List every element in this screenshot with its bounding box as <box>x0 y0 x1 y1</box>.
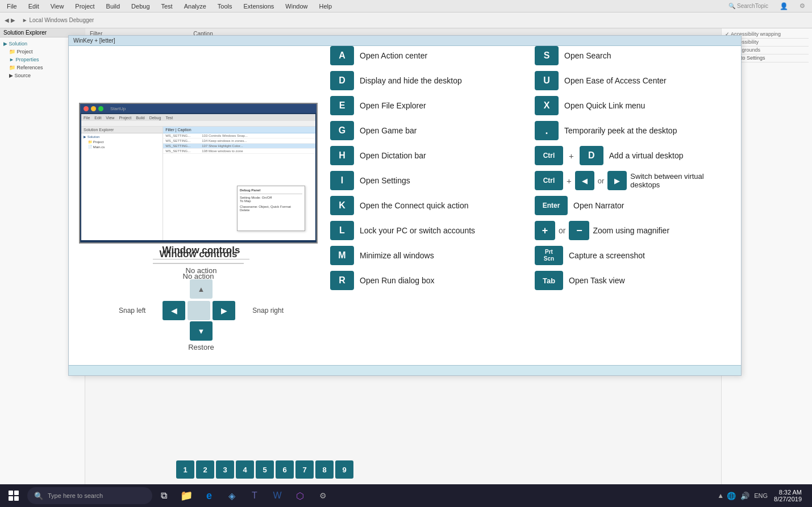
snap-left-btn[interactable]: ◀ <box>163 301 185 320</box>
shortcut-row-1: A Open Action center S Open Search <box>330 46 734 65</box>
label-prtscn: Capture a screenshot <box>569 251 645 260</box>
page-btn-4[interactable]: 4 <box>236 460 254 479</box>
taskbar-search-text: Type here to search <box>48 492 103 499</box>
page-btn-3[interactable]: 3 <box>216 460 234 479</box>
label-G: Open Game bar <box>360 126 417 135</box>
menu-build[interactable]: Build <box>104 2 122 11</box>
clock-time: 8:32 AM <box>779 489 802 496</box>
window-controls-visual: Window controls No action ▲ Snap left ◀ … <box>79 245 323 351</box>
sc-list-row-selected: WS_SETTING...137 Show Highlight Color... <box>163 144 315 149</box>
shortcut-row-2: D Display and hide the desktop U Open Ea… <box>330 71 734 90</box>
key-right-arrow: ▶ <box>607 171 627 190</box>
menu-project[interactable]: Project <box>73 2 97 11</box>
screenshot-title: StartUp <box>110 106 126 111</box>
task-view-button[interactable]: ⧉ <box>152 484 175 507</box>
menu-bar: File Edit View Project Build Debug Test … <box>0 0 812 12</box>
shortcut-row-10: R Open Run dialog box Tab Open Task view <box>330 271 734 290</box>
plus-sign-2: + <box>567 176 572 186</box>
vs-code-taskbar-btn[interactable]: ◈ <box>220 484 243 507</box>
task-view-icon: ⧉ <box>161 491 167 501</box>
menu-test[interactable]: Test <box>159 2 175 11</box>
menu-view[interactable]: View <box>48 2 66 11</box>
page-btn-6[interactable]: 6 <box>276 460 294 479</box>
shortcut-enter: Enter Open Narrator <box>535 196 717 215</box>
sc-tree-item: 📄 Main.cs <box>84 145 160 150</box>
sc-sub-panel-title: Debug Panel <box>240 188 302 192</box>
label-U: Open Ease of Access Center <box>564 76 667 85</box>
menu-debug[interactable]: Debug <box>129 2 152 11</box>
misc-taskbar-btn[interactable]: ⚙ <box>311 484 334 507</box>
shortcut-R: R Open Run dialog box <box>330 271 512 290</box>
network-icon[interactable]: 🌐 <box>725 492 738 500</box>
taskbar-search-box[interactable]: 🔍 Type here to search <box>27 487 152 504</box>
or-text-2: or <box>559 226 565 235</box>
win-logo-tl <box>9 491 13 495</box>
wc-title: Window controls <box>79 245 323 256</box>
key-R: R <box>330 271 354 290</box>
page-btn-7[interactable]: 7 <box>295 460 314 479</box>
sc-tree-item: 📁 Project <box>84 140 160 145</box>
menu-file[interactable]: File <box>5 2 19 11</box>
restore-btn[interactable]: ▼ <box>190 321 213 341</box>
shortcut-row-4: G Open Game bar . Temporarily peek at th… <box>330 121 734 140</box>
sc-list-row: WS_SETTING...138 Move windows to zone <box>163 149 315 154</box>
volume-icon[interactable]: 🔊 <box>739 492 751 500</box>
key-L: L <box>330 221 354 240</box>
word-icon: W <box>273 491 281 501</box>
misc-icon: ⚙ <box>319 491 327 500</box>
edge-taskbar-btn[interactable]: e <box>198 484 220 507</box>
shortcut-row-8: L Lock your PC or switch accounts + or −… <box>330 221 734 240</box>
input-indicator[interactable]: ENG <box>752 492 769 499</box>
page-btn-9[interactable]: 9 <box>335 460 353 479</box>
key-enter: Enter <box>535 196 568 215</box>
label-X: Open Quick Link menu <box>564 101 645 110</box>
menu-tools[interactable]: Tools <box>215 2 235 11</box>
win-logo-tr <box>14 491 19 495</box>
label-K: Open the Connect quick action <box>360 201 468 210</box>
up-arrow-btn[interactable]: ▲ <box>190 279 213 299</box>
shortcut-A: A Open Action center <box>330 46 512 65</box>
restore-label: Restore <box>79 343 323 351</box>
teams-taskbar-btn[interactable]: T <box>243 484 266 507</box>
page-btn-2[interactable]: 2 <box>196 460 214 479</box>
label-L: Lock your PC or switch accounts <box>360 226 475 235</box>
start-button[interactable] <box>0 484 27 507</box>
label-H: Open Dictation bar <box>360 151 426 160</box>
sc-sub-panel: Debug Panel Setting Mode: On/Off To Map … <box>237 186 305 231</box>
menu-window[interactable]: Window <box>283 2 310 11</box>
label-I: Open Settings <box>360 176 410 185</box>
toolbar-nav: ◀ ▶ <box>5 17 15 23</box>
shortcut-row-7: K Open the Connect quick action Enter Op… <box>330 196 734 215</box>
shortcut-ctrl-d: Ctrl + D Add a virtual desktop <box>535 146 717 165</box>
menu-analyze[interactable]: Analyze <box>182 2 209 11</box>
system-tray: ▲ 🌐 🔊 ENG 8:32 AM 8/27/2019 <box>717 484 812 507</box>
windows-logo-icon <box>9 491 19 501</box>
word-taskbar-btn[interactable]: W <box>266 484 289 507</box>
menu-help[interactable]: Help <box>317 2 334 11</box>
menu-edit[interactable]: Edit <box>26 2 41 11</box>
label-R: Open Run dialog box <box>360 276 435 285</box>
page-btn-5[interactable]: 5 <box>256 460 274 479</box>
shortcut-row-6: I Open Settings Ctrl + ◀ or ▶ Switch bet… <box>330 171 734 190</box>
menu-extensions[interactable]: Extensions <box>241 2 277 11</box>
label-M: Minimize all windows <box>360 251 434 260</box>
label-ctrl-arrow: Switch between virtual desktops <box>630 172 717 189</box>
shortcut-row-3: E Open File Explorer X Open Quick Link m… <box>330 96 734 115</box>
settings-icon[interactable]: ⚙ <box>797 1 807 11</box>
shortcut-D: D Display and hide the desktop <box>330 71 512 90</box>
key-ctrl2: Ctrl <box>535 171 563 190</box>
shortcut-prtscn: PrtScn Capture a screenshot <box>535 246 717 265</box>
center-btn <box>188 301 210 320</box>
tray-chevron-icon[interactable]: ▲ <box>717 492 724 500</box>
snap-right-btn[interactable]: ▶ <box>213 301 235 320</box>
show-desktop-button[interactable] <box>806 484 810 507</box>
search-bar[interactable]: 🔍 SearchTopic <box>726 2 771 10</box>
vs-taskbar-btn[interactable]: ⬡ <box>289 484 311 507</box>
label-E: Open File Explorer <box>360 101 426 110</box>
page-btn-1[interactable]: 1 <box>176 460 194 479</box>
win-logo-br <box>14 496 19 501</box>
page-btn-8[interactable]: 8 <box>315 460 334 479</box>
shortcut-row-9: M Minimize all windows PrtScn Capture a … <box>330 246 734 265</box>
clock-display[interactable]: 8:32 AM 8/27/2019 <box>771 489 805 502</box>
file-explorer-taskbar-btn[interactable]: 📁 <box>175 484 198 507</box>
